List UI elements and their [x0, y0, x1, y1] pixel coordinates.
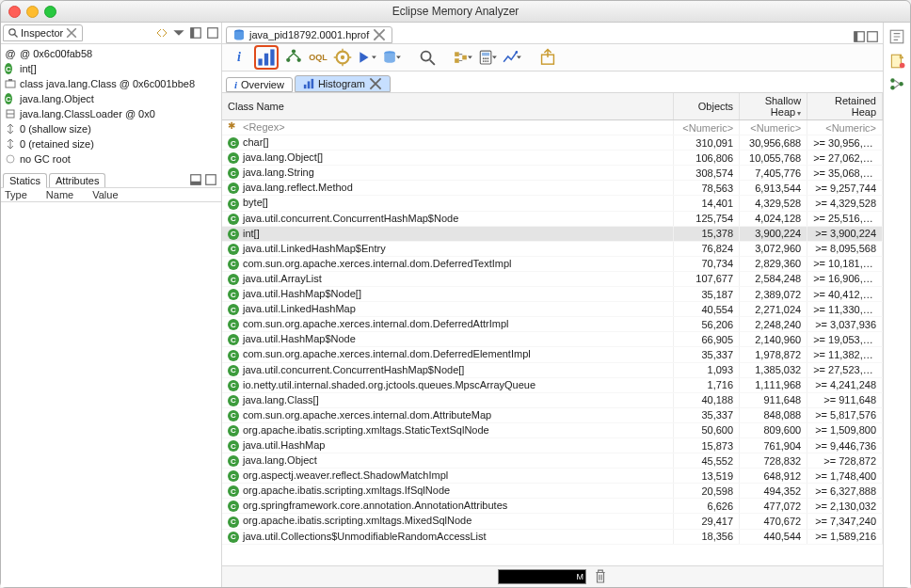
notes-button[interactable] [888, 53, 905, 70]
table-row[interactable]: Corg.aspectj.weaver.reflect.ShadowMatchI… [222, 469, 883, 484]
col-retained-heap[interactable]: Retained Heap [807, 93, 883, 120]
gcroot-row[interactable]: no GC root [1, 151, 221, 167]
retained-heap-cell: >= 1,509,800 [807, 422, 883, 437]
calculate-retained-button[interactable] [478, 48, 497, 67]
class-ref-row[interactable]: class java.lang.Class @ 0x6c001bbe8 [1, 76, 221, 91]
export-button[interactable] [538, 48, 557, 67]
run-gc-button[interactable] [594, 570, 607, 583]
table-row[interactable]: Cjava.lang.Object45,552728,832>= 728,872 [222, 453, 883, 469]
table-row[interactable]: Cjava.lang.reflect.Method78,5636,913,544… [222, 181, 883, 196]
tab-statics[interactable]: Statics [3, 173, 47, 188]
class-name-label: char[] [243, 136, 269, 148]
superclass-row[interactable]: C java.lang.Object [1, 91, 221, 106]
dominator-tree-button[interactable] [284, 48, 303, 67]
tab-attributes[interactable]: Attributes [49, 173, 105, 187]
tab-histogram[interactable]: Histogram [295, 75, 391, 92]
compare-basket-button[interactable] [888, 77, 905, 94]
col-class-name[interactable]: Class Name [222, 93, 673, 120]
class-icon: C [228, 199, 239, 210]
histogram-tool-button[interactable] [254, 45, 279, 70]
retained-heap-cell: >= 2,130,032 [807, 499, 883, 514]
table-row[interactable]: Cjava.util.concurrent.ConcurrentHashMap$… [222, 211, 883, 226]
inspector-icon [8, 27, 19, 39]
navigation-history-button[interactable] [888, 28, 905, 45]
class-name-label: java.util.HashMap$Node[] [243, 288, 361, 299]
objects-cell: 15,378 [673, 226, 739, 241]
search-button[interactable] [418, 48, 437, 67]
minimize-subpanel-icon[interactable] [189, 173, 202, 186]
run-report-button[interactable] [358, 48, 376, 67]
shallow-heap-cell: 477,072 [740, 499, 807, 514]
oql-button[interactable]: OQL [309, 48, 328, 67]
table-row[interactable]: Ccom.sun.org.apache.xerces.internal.dom.… [222, 407, 883, 422]
query-browser-button[interactable] [382, 48, 401, 67]
table-row[interactable]: Cjava.lang.String308,5747,405,776>= 35,0… [222, 166, 883, 181]
zoom-window-button[interactable] [44, 6, 56, 18]
maximize-subpanel-icon[interactable] [204, 173, 217, 186]
filter-regex-cell[interactable]: <Regex> [222, 120, 673, 135]
table-row[interactable]: Cjava.util.ArrayList107,6772,584,248>= 1… [222, 271, 883, 286]
inspector-tab-label: Inspector [21, 27, 63, 39]
class-row[interactable]: C int[] [1, 61, 221, 76]
filter-numeric-cell[interactable]: <Numeric> [673, 120, 739, 135]
table-row[interactable]: Cint[]15,3783,900,224>= 3,900,224 [222, 226, 883, 241]
col-objects[interactable]: Objects [673, 93, 739, 120]
table-row[interactable]: Cjava.lang.Object[]106,80610,055,768>= 2… [222, 151, 883, 166]
editor-file-tab[interactable]: java_pid18792.0001.hprof [226, 26, 392, 43]
filter-numeric-cell[interactable]: <Numeric> [807, 120, 883, 135]
table-row[interactable]: Corg.apache.ibatis.scripting.xmltags.IfS… [222, 484, 883, 499]
table-row[interactable]: Corg.apache.ibatis.scripting.xmltags.Mix… [222, 514, 883, 529]
table-row[interactable]: Cchar[]310,09130,956,688>= 30,956,688 [222, 135, 883, 151]
objects-cell: 56,206 [673, 317, 739, 332]
maximize-editor-icon[interactable] [866, 30, 879, 43]
close-icon[interactable] [369, 77, 382, 90]
class-icon: C [228, 380, 239, 391]
close-icon[interactable] [373, 28, 386, 41]
table-row[interactable]: Corg.apache.ibatis.scripting.xmltags.Sta… [222, 422, 883, 437]
object-address-row[interactable]: @ @ 0x6c00fab58 [1, 46, 221, 61]
compare-button[interactable] [503, 48, 521, 67]
link-with-editor-icon[interactable] [155, 26, 168, 40]
table-row[interactable]: Ccom.sun.org.apache.xerces.internal.dom.… [222, 317, 883, 332]
table-row[interactable]: Cio.netty.util.internal.shaded.org.jctoo… [222, 377, 883, 392]
histogram-table-wrap[interactable]: Class Name Objects Shallow Heap▾ Retaine… [222, 93, 883, 565]
minimize-panel-icon[interactable] [189, 26, 202, 40]
table-row[interactable]: Cjava.util.HashMap15,873761,904>= 9,446,… [222, 437, 883, 453]
shallow-heap-cell: 1,978,872 [740, 347, 807, 362]
table-row[interactable]: Cjava.util.concurrent.ConcurrentHashMap$… [222, 362, 883, 377]
retained-size-row[interactable]: 0 (retained size) [1, 136, 221, 151]
table-row[interactable]: Corg.springframework.core.annotation.Ann… [222, 499, 883, 514]
inspector-tab[interactable]: Inspector [3, 24, 83, 41]
shallow-size-row[interactable]: 0 (shallow size) [1, 121, 221, 136]
svg-point-19 [286, 58, 290, 62]
class-icon: C [228, 532, 239, 543]
group-by-button[interactable] [454, 48, 472, 67]
filter-numeric-cell[interactable]: <Numeric> [740, 120, 807, 135]
thread-overview-button[interactable] [333, 48, 352, 67]
close-window-button[interactable] [8, 6, 21, 18]
table-row[interactable]: Cjava.util.LinkedHashMap40,5542,271,024>… [222, 302, 883, 317]
table-row[interactable]: Cjava.util.HashMap$Node[]35,1872,389,072… [222, 287, 883, 302]
classloader-row[interactable]: java.lang.ClassLoader @ 0x0 [1, 106, 221, 121]
svg-point-33 [483, 60, 485, 62]
table-row[interactable]: Ccom.sun.org.apache.xerces.internal.dom.… [222, 347, 883, 362]
minimize-editor-icon[interactable] [853, 30, 866, 43]
filter-row[interactable]: <Regex> <Numeric> <Numeric> <Numeric> [222, 120, 883, 135]
table-row[interactable]: Cjava.util.LinkedHashMap$Entry76,8243,07… [222, 241, 883, 256]
table-row[interactable]: Cbyte[]14,4014,329,528>= 4,329,528 [222, 196, 883, 211]
table-row[interactable]: Cjava.util.Collections$UnmodifiableRando… [222, 529, 883, 544]
table-row[interactable]: Ccom.sun.org.apache.xerces.internal.dom.… [222, 256, 883, 271]
minimize-window-button[interactable] [26, 6, 39, 18]
heap-memory-indicator[interactable]: M [498, 569, 586, 584]
class-name-label: java.util.Collections$UnmodifiableRandom… [243, 531, 487, 542]
view-menu-icon[interactable] [172, 26, 185, 40]
table-row[interactable]: Cjava.util.HashMap$Node66,9052,140,960>=… [222, 332, 883, 347]
objects-cell: 40,188 [673, 392, 739, 407]
table-row[interactable]: Cjava.lang.Class[]40,188911,648>= 911,64… [222, 392, 883, 407]
col-shallow-heap[interactable]: Shallow Heap▾ [740, 93, 807, 120]
tab-overview[interactable]: i Overview [226, 77, 293, 92]
overview-tool-button[interactable]: i [230, 48, 248, 67]
close-icon[interactable] [65, 26, 78, 40]
class-name-label: java.util.LinkedHashMap$Entry [243, 243, 386, 254]
maximize-panel-icon[interactable] [206, 26, 219, 40]
